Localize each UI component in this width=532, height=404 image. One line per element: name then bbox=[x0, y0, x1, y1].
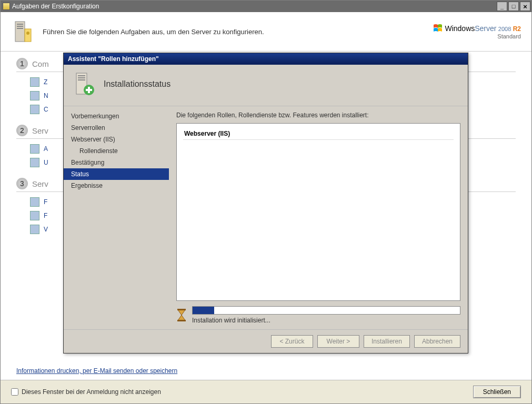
task-label[interactable]: A bbox=[44, 145, 48, 153]
dont-show-checkbox-row[interactable]: Dieses Fenster bei der Anmeldung nicht a… bbox=[11, 388, 161, 396]
dont-show-checkbox[interactable] bbox=[11, 388, 18, 396]
svg-rect-14 bbox=[177, 320, 186, 321]
task-label[interactable]: Z bbox=[44, 78, 47, 86]
task-label[interactable]: N bbox=[44, 92, 48, 99]
nav-status[interactable]: Status bbox=[64, 168, 169, 180]
svg-rect-7 bbox=[78, 75, 85, 76]
nav-rollendienste[interactable]: Rollendienste bbox=[64, 145, 169, 157]
task-icon bbox=[30, 77, 39, 87]
brand-r2: R2 bbox=[513, 25, 521, 33]
nav-vorbemerkungen[interactable]: Vorbemerkungen bbox=[64, 110, 169, 122]
svg-rect-9 bbox=[78, 79, 85, 80]
task-icon bbox=[30, 144, 39, 154]
nav-ergebnisse[interactable]: Ergebnisse bbox=[64, 180, 169, 191]
role-item-webserver: Webserver (IIS) bbox=[183, 128, 454, 140]
minimize-button[interactable]: _ bbox=[497, 2, 507, 11]
close-button[interactable]: × bbox=[520, 2, 530, 11]
window-icon bbox=[3, 3, 10, 10]
task-label[interactable]: F bbox=[44, 198, 47, 206]
hourglass-icon bbox=[176, 309, 187, 321]
brand-year: 2008 bbox=[498, 26, 511, 32]
wizard-button-row: < Zurück Weiter > Installieren Abbrechen bbox=[64, 329, 468, 353]
svg-rect-2 bbox=[17, 26, 23, 27]
task-icon bbox=[30, 225, 39, 234]
task-label[interactable]: F bbox=[44, 212, 47, 219]
task-label[interactable]: V bbox=[44, 226, 48, 233]
nav-webserver-iis[interactable]: Webserver (IIS) bbox=[64, 134, 169, 145]
section-number: 3 bbox=[16, 178, 28, 189]
windows-logo-icon bbox=[433, 24, 443, 33]
svg-rect-13 bbox=[177, 309, 186, 310]
section-number: 1 bbox=[16, 58, 28, 69]
nav-serverrollen[interactable]: Serverrollen bbox=[64, 122, 169, 134]
back-button: < Zurück bbox=[271, 335, 313, 348]
progress-fill bbox=[193, 307, 214, 314]
add-roles-wizard: Assistent "Rollen hinzufügen" Installati… bbox=[63, 53, 468, 354]
section-title: Serv bbox=[32, 126, 48, 135]
brand-server: Server bbox=[475, 24, 496, 33]
wizard-main: Die folgenden Rollen, Rollendienste bzw.… bbox=[169, 106, 468, 329]
bottom-bar: Dieses Fenster bei der Anmeldung nicht a… bbox=[1, 380, 531, 403]
task-label[interactable]: U bbox=[44, 159, 48, 166]
dont-show-label: Dieses Fenster bei der Anmeldung nicht a… bbox=[22, 388, 161, 396]
roles-list: Webserver (IIS) bbox=[176, 123, 460, 301]
wizard-nav: Vorbemerkungen Serverrollen Webserver (I… bbox=[64, 106, 169, 329]
section-title: Serv bbox=[32, 179, 48, 188]
install-button: Installieren bbox=[364, 335, 410, 348]
brand-area: WindowsServer 2008 R2 Standard bbox=[433, 24, 521, 39]
outer-titlebar: Aufgaben der Erstkonfiguration _ □ × bbox=[1, 1, 531, 12]
install-description: Die folgenden Rollen, Rollendienste bzw.… bbox=[176, 112, 460, 119]
nav-bestaetigung[interactable]: Bestätigung bbox=[64, 157, 169, 168]
window-title: Aufgaben der Erstkonfiguration bbox=[12, 3, 99, 10]
wizard-header-icon bbox=[73, 72, 96, 96]
cancel-button: Abbrechen bbox=[414, 335, 460, 348]
task-icon bbox=[30, 197, 39, 207]
wizard-header-title: Installationsstatus bbox=[104, 79, 170, 89]
section-number: 2 bbox=[16, 125, 28, 136]
svg-rect-4 bbox=[25, 29, 31, 42]
section-title: Com bbox=[32, 59, 49, 68]
task-icon bbox=[30, 211, 39, 220]
progress-text: Installation wird initialisiert... bbox=[192, 317, 460, 324]
wizard-header: Installationsstatus bbox=[64, 65, 468, 106]
header-area: Führen Sie die folgenden Aufgaben aus, u… bbox=[1, 12, 531, 52]
maximize-button[interactable]: □ bbox=[508, 2, 519, 11]
svg-rect-12 bbox=[86, 89, 92, 91]
svg-point-5 bbox=[26, 32, 29, 35]
header-subtitle: Führen Sie die folgenden Aufgaben aus, u… bbox=[43, 28, 264, 36]
svg-rect-8 bbox=[78, 77, 85, 78]
server-config-icon bbox=[11, 19, 35, 44]
brand-windows: Windows bbox=[445, 24, 475, 33]
next-button: Weiter > bbox=[317, 335, 359, 348]
progress-bar bbox=[192, 306, 460, 315]
task-icon bbox=[30, 158, 39, 167]
svg-rect-1 bbox=[17, 24, 23, 25]
info-link[interactable]: Informationen drucken, per E-Mail senden… bbox=[16, 367, 177, 375]
svg-rect-3 bbox=[17, 28, 23, 29]
brand-edition: Standard bbox=[433, 33, 521, 39]
task-icon bbox=[30, 91, 39, 100]
task-label[interactable]: C bbox=[44, 106, 48, 113]
close-window-button[interactable]: Schließen bbox=[473, 386, 521, 398]
wizard-titlebar: Assistent "Rollen hinzufügen" bbox=[64, 53, 468, 65]
task-icon bbox=[30, 105, 39, 114]
